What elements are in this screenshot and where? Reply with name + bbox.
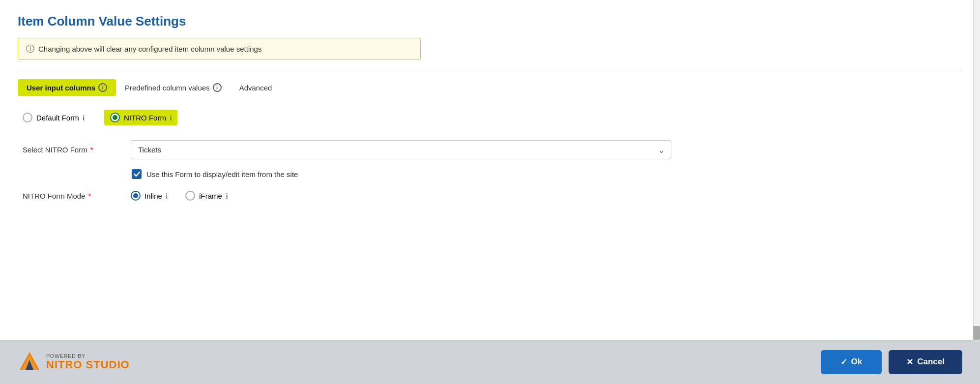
radio-inline[interactable]: Inline i: [131, 191, 168, 201]
form-mode-options: Inline i iFrame i: [131, 191, 228, 201]
radio-default-form[interactable]: Default Form i: [23, 113, 85, 122]
form-mode-row: NITRO Form Mode * Inline i iFrame i: [23, 191, 962, 201]
form-mode-label: NITRO Form Mode *: [23, 192, 131, 200]
radio-nitro-form-circle[interactable]: [110, 113, 120, 122]
form-mode-required: *: [88, 192, 91, 200]
select-nitro-form-label-text: Select NITRO Form: [23, 146, 87, 154]
radio-inline-info-icon[interactable]: i: [166, 192, 168, 200]
warning-icon: ⓘ: [26, 43, 34, 55]
radio-nitro-form-info-icon[interactable]: i: [170, 114, 172, 122]
warning-banner: ⓘ Changing above will clear any configur…: [18, 38, 421, 60]
checkbox-row[interactable]: Use this Form to display/edit item from …: [132, 169, 962, 179]
cancel-button-label: Cancel: [917, 357, 945, 367]
tab-user-input[interactable]: User input columns i: [18, 79, 116, 96]
tab-user-input-info-icon[interactable]: i: [98, 83, 107, 92]
form-mode-label-text: NITRO Form Mode: [23, 192, 86, 200]
divider: [18, 70, 962, 70]
select-nitro-form-input[interactable]: Tickets Other Form: [131, 140, 671, 159]
select-nitro-form-wrapper: Tickets Other Form ⌄: [131, 140, 671, 159]
ok-check-icon: ✓: [840, 357, 847, 367]
warning-text: Changing above will clear any configured…: [38, 45, 261, 53]
select-nitro-form-row: Select NITRO Form * Tickets Other Form ⌄: [23, 140, 962, 159]
tabs-row: User input columns i Predefined column v…: [18, 79, 962, 96]
nitro-brand-second: STUDIO: [86, 358, 130, 371]
form-section: Default Form i NITRO Form i Select NITRO…: [18, 110, 962, 201]
footer-buttons: ✓ Ok ✕ Cancel: [821, 350, 962, 374]
ok-button[interactable]: ✓ Ok: [821, 350, 882, 374]
tab-user-input-label: User input columns: [27, 84, 95, 92]
nitro-logo-text: Powered by NITRO STUDIO: [46, 353, 130, 371]
use-form-checkbox[interactable]: [132, 169, 142, 179]
nitro-logo-icon: [18, 350, 41, 374]
radio-inline-label: Inline: [144, 192, 162, 200]
radio-default-form-label: Default Form: [36, 114, 79, 122]
tab-advanced-label: Advanced: [239, 84, 272, 92]
radio-iframe-label: iFrame: [199, 192, 222, 200]
radio-nitro-form[interactable]: NITRO Form i: [104, 110, 177, 125]
scrollbar-track[interactable]: [973, 0, 980, 340]
select-nitro-form-label: Select NITRO Form *: [23, 146, 131, 154]
cancel-x-icon: ✕: [906, 357, 913, 367]
cancel-button[interactable]: ✕ Cancel: [889, 350, 962, 374]
tab-predefined[interactable]: Predefined column values i: [116, 79, 231, 96]
footer: Powered by NITRO STUDIO ✓ Ok ✕ Cancel: [0, 340, 980, 384]
select-nitro-form-required: *: [90, 146, 93, 154]
page-title: Item Column Value Settings: [18, 14, 962, 29]
checkmark-icon: [134, 172, 140, 177]
radio-iframe-circle[interactable]: [185, 191, 195, 201]
radio-default-form-info-icon[interactable]: i: [83, 114, 85, 122]
nitro-logo: Powered by NITRO STUDIO: [18, 350, 130, 374]
radio-nitro-form-label: NITRO Form: [124, 114, 166, 122]
ok-button-label: Ok: [851, 357, 863, 367]
nitro-brand-first: NITRO: [46, 358, 86, 371]
radio-inline-circle[interactable]: [131, 191, 141, 201]
checkbox-label: Use this Form to display/edit item from …: [146, 170, 298, 178]
radio-iframe-info-icon[interactable]: i: [226, 192, 228, 200]
form-type-radio-row: Default Form i NITRO Form i: [23, 110, 962, 125]
tab-advanced[interactable]: Advanced: [231, 80, 281, 96]
scrollbar-thumb[interactable]: [973, 326, 980, 340]
radio-iframe[interactable]: iFrame i: [185, 191, 228, 201]
radio-default-form-circle[interactable]: [23, 113, 32, 122]
tab-predefined-label: Predefined column values: [125, 84, 210, 92]
nitro-brand-text: NITRO STUDIO: [46, 359, 130, 371]
tab-predefined-info-icon[interactable]: i: [213, 83, 222, 92]
